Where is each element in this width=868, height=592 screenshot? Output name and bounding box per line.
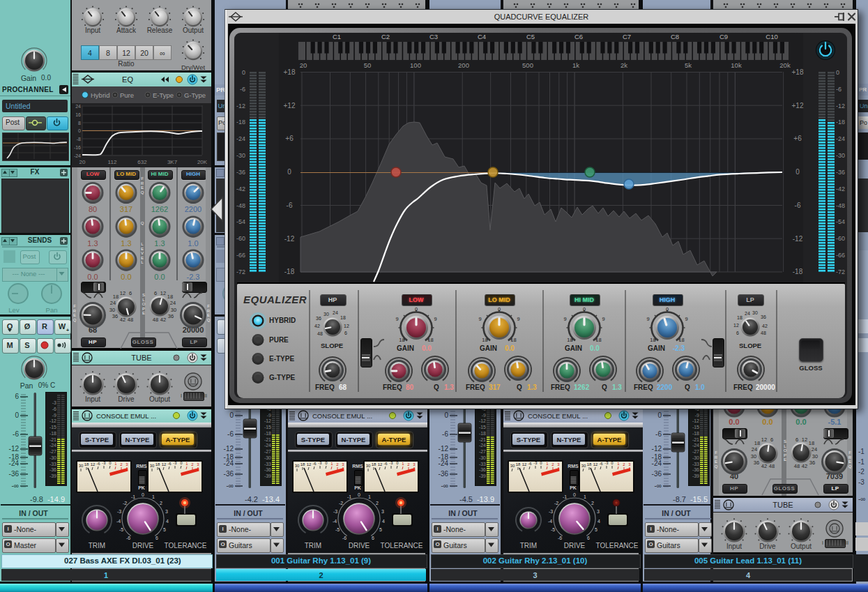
- svg-text:-5: -5: [119, 527, 123, 532]
- svg-text:E: E: [784, 457, 786, 462]
- svg-text:-3: -3: [102, 461, 106, 465]
- svg-text:-6: -6: [312, 462, 317, 466]
- svg-text:-5: -5: [551, 527, 555, 532]
- svg-text:P: P: [784, 453, 786, 457]
- svg-text:L: L: [142, 298, 145, 302]
- svg-text:-6: -6: [342, 536, 347, 540]
- svg-text:-6: -6: [599, 462, 603, 466]
- svg-text:R: R: [715, 455, 718, 460]
- svg-text:O: O: [784, 448, 787, 453]
- svg-text:E: E: [141, 256, 144, 260]
- svg-text:F: F: [715, 450, 717, 455]
- svg-text:E: E: [142, 311, 145, 315]
- svg-text:-3: -3: [389, 461, 393, 465]
- svg-text:-6: -6: [528, 462, 532, 466]
- svg-text:F: F: [73, 304, 76, 308]
- svg-text:3: 3: [557, 462, 560, 466]
- svg-text:-3: -3: [173, 461, 177, 465]
- svg-text:0: 0: [540, 461, 542, 465]
- svg-text:2: 2: [120, 462, 123, 466]
- svg-text:12: 12: [378, 462, 383, 466]
- svg-text:-3: -3: [333, 509, 337, 514]
- svg-text:-1: -1: [131, 494, 135, 499]
- svg-text:1: 1: [617, 462, 620, 466]
- svg-text:5: 5: [595, 527, 597, 532]
- svg-text:30: 30: [150, 464, 155, 468]
- svg-text:5: 5: [163, 527, 166, 532]
- svg-text:2: 2: [191, 462, 194, 466]
- svg-text:-4: -4: [116, 519, 121, 524]
- svg-text:3: 3: [342, 462, 344, 466]
- svg-text:Q: Q: [715, 464, 718, 469]
- svg-text:1: 1: [402, 462, 404, 466]
- svg-text:18: 18: [587, 462, 592, 466]
- svg-text:-6: -6: [96, 462, 100, 466]
- svg-text:3: 3: [125, 462, 128, 466]
- svg-text:-2: -2: [554, 501, 558, 506]
- svg-text:2: 2: [623, 462, 625, 466]
- svg-text:30: 30: [581, 464, 586, 468]
- svg-text:V: V: [141, 251, 144, 255]
- svg-text:30: 30: [79, 464, 84, 468]
- svg-text:-6: -6: [126, 536, 130, 540]
- svg-text:Q: Q: [207, 318, 211, 322]
- svg-text:Q: Q: [141, 190, 144, 195]
- svg-text:0: 0: [396, 461, 399, 465]
- svg-text:30: 30: [510, 464, 515, 468]
- svg-text:2: 2: [376, 501, 379, 506]
- svg-text:18: 18: [372, 462, 376, 466]
- svg-text:-3: -3: [533, 461, 538, 465]
- svg-text:5: 5: [379, 527, 382, 532]
- svg-text:S: S: [142, 293, 145, 297]
- svg-text:2: 2: [336, 462, 339, 466]
- svg-text:-3: -3: [549, 509, 553, 514]
- svg-text:E: E: [848, 460, 851, 464]
- svg-text:3: 3: [165, 509, 168, 514]
- svg-text:6: 6: [587, 536, 590, 540]
- svg-text:-6: -6: [383, 462, 388, 466]
- svg-text:0: 0: [325, 461, 328, 465]
- svg-text:6: 6: [155, 536, 158, 540]
- svg-text:-4: -4: [333, 519, 337, 524]
- svg-text:E: E: [207, 313, 210, 317]
- svg-text:30: 30: [366, 464, 371, 468]
- svg-text:E: E: [715, 460, 717, 464]
- svg-text:R: R: [73, 309, 77, 313]
- svg-text:12: 12: [593, 462, 598, 466]
- svg-text:18: 18: [84, 462, 89, 466]
- svg-text:-1: -1: [563, 494, 567, 499]
- svg-text:-2: -2: [339, 501, 343, 506]
- svg-text:E: E: [141, 185, 144, 190]
- svg-text:P: P: [142, 307, 145, 311]
- svg-text:F: F: [141, 176, 144, 181]
- svg-text:Q: Q: [73, 318, 77, 322]
- svg-text:3: 3: [628, 462, 631, 466]
- svg-text:-3: -3: [604, 461, 609, 465]
- svg-text:1: 1: [584, 494, 586, 499]
- svg-text:3: 3: [413, 462, 416, 466]
- svg-text:0: 0: [358, 492, 360, 497]
- svg-text:L: L: [141, 260, 144, 264]
- svg-text:0: 0: [109, 461, 112, 465]
- svg-text:2: 2: [160, 501, 162, 506]
- svg-text:3: 3: [197, 462, 199, 466]
- svg-text:0: 0: [611, 461, 614, 465]
- svg-text:-3: -3: [318, 461, 322, 465]
- svg-text:-3: -3: [117, 509, 121, 514]
- svg-text:0: 0: [180, 461, 183, 465]
- svg-text:2: 2: [407, 462, 410, 466]
- svg-text:1: 1: [185, 462, 188, 466]
- svg-text:2: 2: [591, 501, 594, 506]
- svg-text:-4: -4: [548, 519, 552, 524]
- svg-text:18: 18: [155, 462, 160, 466]
- svg-text:-2: -2: [123, 501, 127, 506]
- svg-text:18: 18: [516, 462, 521, 466]
- svg-text:1: 1: [368, 494, 371, 499]
- svg-text:3: 3: [597, 509, 600, 514]
- svg-text:E: E: [73, 313, 76, 317]
- svg-text:-5: -5: [335, 527, 340, 532]
- svg-text:Q: Q: [141, 221, 144, 225]
- svg-text:2: 2: [551, 462, 554, 466]
- svg-text:12: 12: [307, 462, 312, 466]
- svg-text:30: 30: [295, 464, 300, 468]
